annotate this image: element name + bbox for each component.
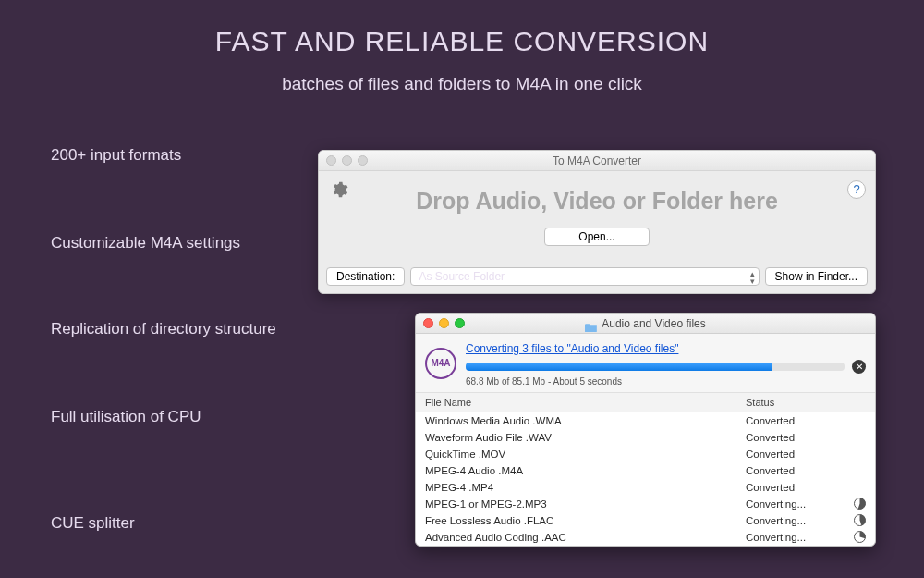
feature-input-formats: 200+ input formats — [51, 146, 181, 165]
cell-file-name: Free Lossless Audio .FLAC — [425, 515, 746, 526]
chevron-updown-icon: ▴▾ — [750, 270, 755, 285]
cancel-icon[interactable]: ✕ — [852, 360, 866, 374]
progress-pie-icon — [854, 531, 866, 545]
close-dot-icon[interactable] — [326, 155, 336, 166]
converter-titlebar: To M4A Converter — [319, 151, 875, 171]
cell-status: Converting... — [746, 498, 866, 511]
destination-row: Destination: As Source Folder ▴▾ Show in… — [326, 267, 868, 286]
progress-window: Audio and Video files M4A Converting 3 f… — [415, 313, 876, 547]
table-row[interactable]: MPEG-4 Audio .M4AConverted — [416, 462, 875, 479]
destination-button[interactable]: Destination: — [326, 267, 405, 286]
page-subheadline: batches of files and folders to M4A in o… — [0, 57, 924, 94]
table-row[interactable]: Advanced Audio Coding .AACConverting... — [416, 529, 875, 546]
table-row[interactable]: MPEG-1 or MPEG-2.MP3Converting... — [416, 496, 875, 512]
progress-info-label: 68.8 Mb of 85.1 Mb - About 5 seconds — [466, 376, 866, 387]
open-button[interactable]: Open... — [544, 228, 650, 246]
table-row[interactable]: Waveform Audio File .WAVConverted — [416, 429, 875, 446]
progress-details: Converting 3 files to "Audio and Video f… — [466, 339, 866, 387]
close-dot-icon[interactable] — [423, 318, 433, 328]
cell-file-name: Waveform Audio File .WAV — [425, 432, 746, 443]
folder-icon — [585, 318, 598, 328]
cell-status: Converting... — [746, 531, 866, 545]
cell-file-name: Windows Media Audio .WMA — [425, 415, 746, 426]
destination-select[interactable]: As Source Folder ▴▾ — [410, 267, 759, 286]
column-status[interactable]: Status — [746, 397, 866, 408]
table-row[interactable]: Free Lossless Audio .FLACConverting... — [416, 512, 875, 529]
progress-area: M4A Converting 3 files to "Audio and Vid… — [416, 334, 875, 393]
cell-file-name: MPEG-4 .MP4 — [425, 482, 746, 493]
table-body: Windows Media Audio .WMAConvertedWavefor… — [416, 412, 875, 546]
feature-cpu-utilisation: Full utilisation of CPU — [51, 408, 201, 426]
progress-titlebar: Audio and Video files — [416, 314, 875, 334]
progress-pie-icon — [854, 498, 866, 511]
feature-cue-splitter: CUE splitter — [51, 514, 135, 533]
progress-title: Audio and Video files — [602, 317, 706, 330]
cell-status: Converted — [746, 465, 866, 476]
help-button[interactable]: ? — [847, 180, 866, 199]
column-file-name[interactable]: File Name — [425, 397, 746, 408]
converter-title: To M4A Converter — [553, 154, 641, 167]
gear-icon[interactable] — [330, 180, 348, 199]
cell-file-name: Advanced Audio Coding .AAC — [425, 532, 746, 543]
table-header: File Name Status — [416, 393, 875, 412]
m4a-badge-icon: M4A — [425, 348, 456, 379]
progress-pie-icon — [854, 514, 866, 528]
feature-directory-replication: Replication of directory structure — [51, 320, 276, 338]
page-headline: FAST AND RELIABLE CONVERSION — [0, 0, 924, 57]
feature-customizable-settings: Customizable M4A settings — [51, 234, 240, 252]
cell-file-name: MPEG-1 or MPEG-2.MP3 — [425, 498, 746, 510]
minimize-dot-icon[interactable] — [342, 155, 352, 166]
minimize-dot-icon[interactable] — [439, 318, 449, 328]
table-row[interactable]: Windows Media Audio .WMAConverted — [416, 412, 875, 429]
traffic-lights-inactive[interactable] — [326, 155, 368, 166]
zoom-dot-icon[interactable] — [455, 318, 465, 328]
progress-bar — [466, 363, 845, 371]
table-row[interactable]: QuickTime .MOVConverted — [416, 446, 875, 462]
converter-window: To M4A Converter ? Drop Audio, Video or … — [318, 150, 876, 294]
cell-file-name: MPEG-4 Audio .M4A — [425, 465, 746, 476]
cell-status: Converted — [746, 415, 866, 426]
table-row[interactable]: MPEG-4 .MP4Converted — [416, 479, 875, 496]
progress-status-link[interactable]: Converting 3 files to "Audio and Video f… — [466, 342, 678, 355]
traffic-lights[interactable] — [423, 318, 465, 328]
drop-area-label: Drop Audio, Video or Folder here — [319, 188, 875, 215]
progress-bar-fill — [466, 363, 772, 371]
zoom-dot-icon[interactable] — [358, 155, 368, 166]
destination-select-value: As Source Folder — [419, 270, 505, 283]
cell-status: Converted — [746, 482, 866, 493]
show-in-finder-button[interactable]: Show in Finder... — [765, 267, 868, 286]
cell-status: Converted — [746, 449, 866, 460]
cell-status: Converted — [746, 432, 866, 443]
cell-file-name: QuickTime .MOV — [425, 449, 746, 460]
cell-status: Converting... — [746, 514, 866, 528]
